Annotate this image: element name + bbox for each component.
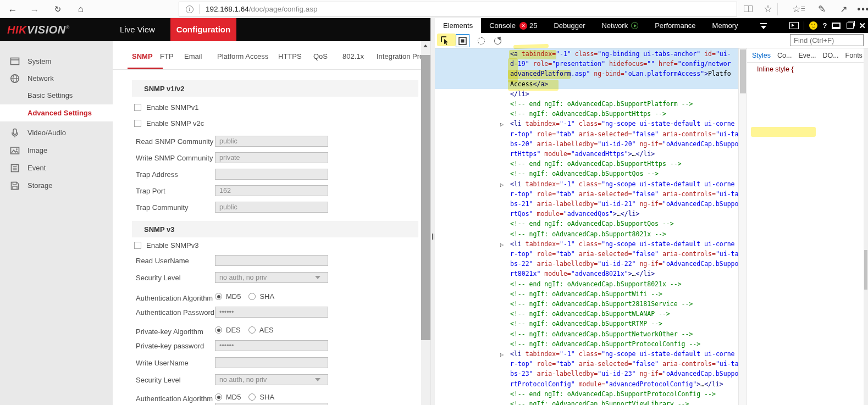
styles-tab-co[interactable]: Co... — [777, 52, 792, 59]
sidebar-item-video-audio[interactable]: Video/Audio — [0, 124, 113, 141]
styles-tab-eve[interactable]: Eve... — [798, 52, 816, 59]
console-drawer-icon[interactable] — [789, 22, 799, 29]
devtools-tab-performance[interactable]: Performance — [646, 18, 704, 33]
highlight-element-icon[interactable] — [456, 34, 469, 47]
text-input[interactable] — [215, 202, 328, 213]
address-bar[interactable]: i 192.168.1.64/doc/page/config.asp — [179, 2, 737, 16]
checkbox[interactable] — [134, 120, 141, 127]
dom-node-line[interactable]: <!-- ngIf: oAdvancedCap.bSupportQos --> — [510, 170, 738, 180]
dom-node-line[interactable]: <li tabindex="-1" class="ng-scope ui-sta… — [510, 350, 738, 360]
page-scrollbar-thumb[interactable] — [421, 55, 430, 340]
devtools-tab-network[interactable]: Network — [593, 18, 646, 33]
radio-md5[interactable] — [215, 393, 222, 401]
tab-snmp[interactable]: SNMP — [132, 52, 153, 60]
elements-scrollbar-thumb[interactable] — [740, 49, 746, 93]
page-scrollbar[interactable] — [421, 41, 430, 405]
styles-tab-styles[interactable]: Styles — [752, 52, 771, 59]
select-element-icon[interactable] — [438, 34, 452, 47]
radio-sha[interactable] — [248, 393, 256, 401]
text-input[interactable] — [215, 307, 328, 318]
reading-view-icon[interactable] — [740, 2, 756, 16]
site-info-icon[interactable]: i — [186, 5, 193, 13]
rule-selector[interactable]: Inline style { — [751, 65, 861, 75]
share-icon[interactable]: ↗ — [836, 2, 852, 16]
dom-node-line[interactable]: <!-- ngIf: oAdvancedCap.bSupportViewLibr… — [510, 400, 738, 405]
sidebar-item-system[interactable]: System — [0, 53, 113, 70]
sidebar-item-storage[interactable]: Storage — [0, 177, 113, 194]
styles-scrollbar-thumb[interactable] — [864, 250, 867, 290]
dom-node-line[interactable]: <!-- end ngIf: oAdvancedCap.bSupportHttp… — [510, 160, 738, 170]
select-input[interactable]: no auth, no priv — [215, 374, 328, 385]
scroll-up-icon[interactable] — [423, 45, 428, 47]
dom-node-line[interactable]: rtProtocolConfig" module="advancedProtoc… — [510, 380, 738, 390]
text-input[interactable] — [215, 169, 328, 180]
element-state-icon[interactable] — [491, 34, 505, 47]
text-input[interactable] — [215, 255, 328, 266]
text-input[interactable] — [215, 152, 328, 163]
expand-arrow-icon[interactable]: ▷ — [500, 240, 508, 250]
undock-icon[interactable] — [847, 23, 854, 29]
close-icon[interactable]: ✕ — [859, 21, 866, 31]
dom-node-line[interactable]: r-top" role="tab" aria-selected="false" … — [510, 130, 738, 140]
dom-node-line[interactable]: r-top" role="tab" aria-selected="false" … — [510, 360, 738, 370]
dom-node-line[interactable]: <!-- ngIf: oAdvancedCap.bSupportProtocol… — [510, 340, 738, 350]
dock-icon[interactable] — [832, 23, 841, 29]
expand-arrow-icon[interactable]: ▷ — [500, 120, 508, 130]
checkbox[interactable] — [134, 104, 141, 111]
styles-scrollbar[interactable] — [864, 48, 868, 405]
splitter-grip-icon[interactable] — [432, 234, 434, 240]
web-note-pen-icon[interactable]: ✎ — [814, 2, 830, 16]
dom-node-line[interactable]: r-top" role="tab" aria-selected="false" … — [510, 190, 738, 200]
text-input[interactable] — [215, 357, 328, 368]
tab-email[interactable]: Email — [184, 52, 202, 60]
radio-aes[interactable] — [248, 326, 256, 334]
dom-node-line[interactable]: Access</a> — [510, 80, 738, 90]
home-icon[interactable]: ⌂ — [73, 2, 89, 16]
devtools-more-tabs-icon[interactable] — [747, 18, 775, 33]
find-input[interactable] — [790, 34, 864, 46]
styles-tab-fonts[interactable]: Fonts — [845, 52, 863, 59]
tab-802-1x[interactable]: 802.1x — [342, 52, 364, 60]
dom-node-line[interactable]: <!-- ngIf: oAdvancedCap.bSupportWifi --> — [510, 290, 738, 300]
radio-des[interactable] — [215, 326, 222, 334]
elements-scrollbar[interactable] — [738, 48, 747, 405]
dom-node-line[interactable]: d-19" role="presentation" hidefocus="" h… — [510, 60, 738, 70]
back-icon[interactable]: ← — [4, 2, 21, 16]
checkbox[interactable] — [134, 242, 141, 249]
dom-node-line[interactable]: bs-22" aria-labelledby="ui-id-22" ng-if=… — [510, 260, 738, 270]
forward-icon[interactable]: → — [26, 2, 43, 16]
dom-node-line[interactable]: advancedPlatform.asp" ng-bind="oLan.plat… — [510, 70, 738, 80]
select-input[interactable]: no auth, no priv — [215, 272, 328, 283]
dashed-circle-icon[interactable] — [474, 34, 488, 47]
expand-arrow-icon[interactable]: ▷ — [500, 180, 508, 190]
help-icon[interactable]: ? — [822, 21, 827, 30]
radio-sha[interactable] — [248, 293, 256, 300]
dom-node-line[interactable]: bs-20" aria-labelledby="ui-id-20" ng-if=… — [510, 140, 738, 150]
expand-arrow-icon[interactable]: ▷ — [500, 350, 508, 360]
dom-node-line[interactable]: <!-- ngIf: oAdvancedCap.bSupportHttps --… — [510, 110, 738, 120]
dom-node-line[interactable]: r-top" role="tab" aria-selected="false" … — [510, 250, 738, 260]
dom-node-line[interactable]: bs-23" aria-labelledby="ui-id-23" ng-if=… — [510, 370, 738, 380]
more-dots-icon[interactable]: ••• — [855, 2, 868, 16]
dom-node-line[interactable]: <li tabindex="-1" class="ng-scope ui-sta… — [510, 120, 738, 130]
refresh-icon[interactable]: ↻ — [49, 2, 66, 16]
sidebar-item-network[interactable]: Network — [0, 70, 113, 87]
text-input[interactable] — [215, 340, 328, 351]
dom-node-line[interactable]: <!-- end ngIf: oAdvancedCap.bSupportQos … — [510, 220, 738, 230]
tab-https[interactable]: HTTPS — [278, 52, 302, 60]
devtools-tab-elements[interactable]: Elements — [435, 18, 481, 33]
text-input[interactable] — [215, 185, 328, 196]
tab-ftp[interactable]: FTP — [160, 52, 174, 60]
sidebar-item-event[interactable]: Event — [0, 159, 113, 176]
dom-node-line[interactable]: <!-- ngIf: oAdvancedCap.bSupportRTMP --> — [510, 320, 738, 330]
styles-tab-do[interactable]: DO... — [822, 52, 838, 59]
dom-node-line[interactable]: rtQos" module="advancedQos">…</li> — [510, 210, 738, 220]
devtools-tab-memory[interactable]: Memory — [704, 18, 747, 33]
dom-node-line[interactable]: <li tabindex="-1" class="ng-scope ui-sta… — [510, 240, 738, 250]
dom-node-line[interactable]: rtHttps" module="advancedHttps">…</li> — [510, 150, 738, 160]
sidebar-item-advanced-settings[interactable]: Advanced Settings — [0, 104, 113, 121]
dom-node-line[interactable]: <li tabindex="-1" class="ng-scope ui-sta… — [510, 180, 738, 190]
sidebar-item-image[interactable]: Image — [0, 142, 113, 159]
tab-live-view[interactable]: Live View — [113, 18, 162, 41]
text-input[interactable] — [215, 403, 328, 405]
